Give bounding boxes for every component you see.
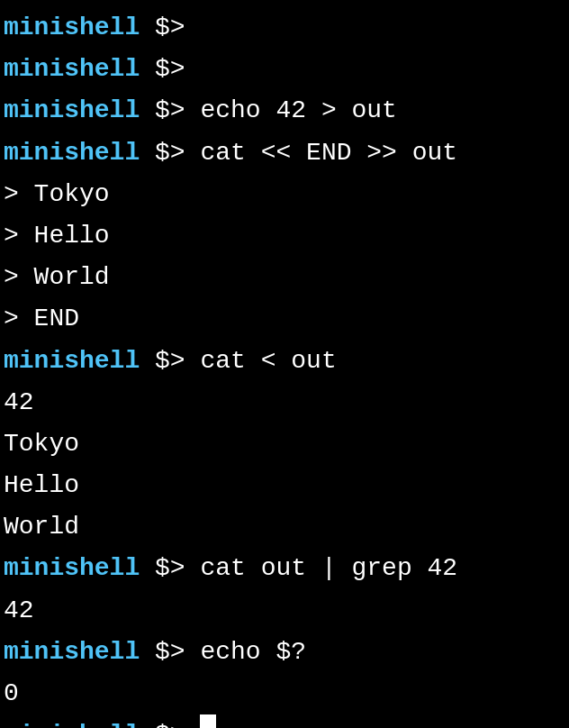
prompt-dollar: $> [140,49,200,90]
command-text: cat < out [200,341,336,382]
prompt-label: minishell [4,341,140,382]
terminal-window: minishell $> minishell $> minishell $> e… [0,0,569,728]
output-text: 42 [4,382,34,423]
output-text: 42 [4,590,34,632]
output-text: > Hello [4,215,110,257]
terminal-line: minishell $> echo 42 > out [4,90,565,132]
terminal-line: minishell $> echo $? [4,632,565,673]
prompt-label: minishell [4,548,140,589]
terminal-line: minishell $> [4,714,565,728]
terminal-line: 42 [4,382,565,423]
prompt-label: minishell [4,49,140,90]
prompt-dollar: $> [140,548,200,589]
terminal-line: Tokyo [4,423,565,465]
command-text: cat << END >> out [200,132,457,174]
prompt-label: minishell [4,90,140,132]
terminal-line: minishell $> cat < out [4,341,565,382]
command-text: cat out | grep 42 [200,548,457,589]
prompt-label: minishell [4,714,140,728]
terminal-line: > Tokyo [4,174,565,215]
output-text: World [4,506,79,548]
terminal-line: minishell $> [4,7,565,49]
output-text: Hello [4,465,79,506]
terminal-line: minishell $> [4,49,565,90]
terminal-line: 0 [4,673,565,714]
prompt-dollar: $> [140,714,200,728]
terminal-line: 42 [4,590,565,632]
prompt-dollar: $> [140,132,200,174]
command-text: echo $? [200,632,306,673]
prompt-label: minishell [4,7,140,49]
terminal-line: Hello [4,465,565,506]
output-text: > World [4,257,110,298]
terminal-line: minishell $> cat << END >> out [4,132,565,174]
terminal-line: World [4,506,565,548]
prompt-dollar: $> [140,632,200,673]
prompt-dollar: $> [140,341,200,382]
prompt-dollar: $> [140,7,200,49]
output-text: > Tokyo [4,174,110,215]
output-text: > END [4,298,79,340]
terminal-line: minishell $> cat out | grep 42 [4,548,565,589]
output-text: 0 [4,673,19,714]
terminal-line: > END [4,298,565,340]
terminal-line: > World [4,257,565,298]
command-text: echo 42 > out [200,90,396,132]
terminal-line: > Hello [4,215,565,257]
prompt-dollar: $> [140,90,200,132]
terminal-cursor[interactable] [200,714,216,728]
output-text: Tokyo [4,423,79,465]
prompt-label: minishell [4,132,140,174]
prompt-label: minishell [4,632,140,673]
